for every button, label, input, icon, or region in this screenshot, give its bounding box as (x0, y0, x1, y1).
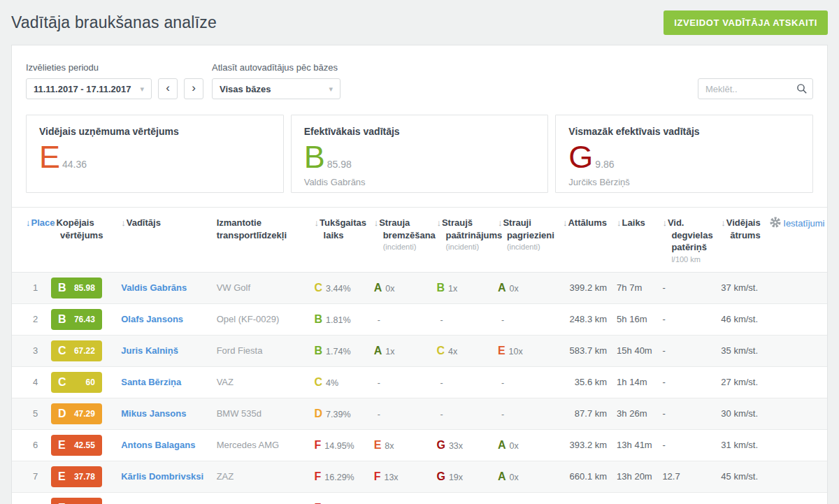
period-label: Izvēlieties periodu (26, 62, 203, 73)
metric-grade-letter: B (315, 313, 323, 325)
harsh-turns-cell: - (498, 303, 562, 335)
next-period-button[interactable]: › (184, 78, 203, 99)
table-row: 6 E 42.55 Antons Balagans Mercedes AMG F… (12, 429, 827, 461)
caret-down-icon: ▾ (329, 85, 333, 94)
driver-link[interactable]: Antons Balagans (121, 440, 195, 450)
metric-value: 13x (384, 473, 398, 482)
metric-value: 0x (509, 284, 518, 294)
metric-grade-letter: A (498, 439, 506, 451)
column-header-time[interactable]: ↓Laiks (617, 208, 662, 273)
harsh-turns-cell: A0x (498, 429, 562, 461)
sort-icon: ↓ (374, 217, 379, 228)
idle-time-cell: F16.29% (315, 461, 374, 492)
metric-value: 0x (509, 473, 518, 482)
card-grade: E 44.36 (39, 144, 271, 171)
page-title: Vadītāja braukšanas analīze (11, 13, 217, 32)
badge-grade-letter: C (58, 376, 66, 389)
harsh-turns-cell: - (498, 492, 562, 504)
column-header-idle-time[interactable]: ↓Tukšgaitas laiks (315, 208, 374, 273)
fuel-consumption-cell: - (662, 366, 721, 398)
driver-link[interactable]: Valdis Gabrāns (121, 282, 187, 293)
harsh-braking-cell: A1x (374, 335, 437, 366)
period-select[interactable]: 11.11.2017 - 17.11.2017 ▾ (26, 78, 152, 99)
table-row: 8 E 34.5 Juris Burvis VOLVO F10.8% - - -… (12, 492, 827, 504)
metric-value: 19x (449, 473, 463, 482)
driver-link[interactable]: Mikus Jansons (121, 408, 186, 419)
column-label: Attālums (568, 217, 607, 228)
settings-spacer-cell (770, 303, 827, 335)
column-sublabel: (incidenti) (436, 243, 493, 251)
column-header-driver[interactable]: ↓Vadītājs (121, 208, 216, 273)
metric-value: - (440, 410, 443, 419)
metric-grade-letter: C (315, 282, 323, 294)
metric-grade-letter: A (374, 345, 382, 357)
column-header-harsh-turns[interactable]: ↓Strauji pagriezieni (incidenti) (498, 208, 562, 273)
harsh-braking-cell: - (374, 303, 437, 335)
badge-grade-letter: B (58, 282, 66, 294)
harsh-braking-cell: F13x (374, 461, 437, 492)
driver-cell: Juris Kalniņš (121, 335, 216, 366)
grade-letter: G (568, 144, 593, 171)
badge-grade-letter: E (58, 502, 66, 504)
table-settings-button[interactable]: Iestatījumi (770, 208, 827, 273)
column-header-distance[interactable]: ↓Attālums (562, 208, 617, 273)
base-select[interactable]: Visas bāzes ▾ (212, 78, 340, 99)
harsh-turns-cell: A0x (498, 272, 562, 303)
metric-grade-letter: B (315, 345, 323, 357)
harsh-acceleration-cell: G19x (436, 461, 497, 492)
driver-link[interactable]: Santa Bērziņa (121, 377, 181, 387)
time-cell: 3h 26m (617, 398, 662, 429)
column-header-average-speed[interactable]: ↓Vidējais ātrums (721, 208, 770, 273)
metric-grade-letter: B (436, 282, 445, 294)
average-speed-cell: 35 km/st. (721, 335, 770, 366)
settings-spacer-cell (770, 492, 827, 504)
place-cell: 6 (12, 429, 51, 461)
driver-cell: Juris Burvis (121, 492, 216, 504)
badge-score: 85.98 (74, 283, 95, 293)
badge-grade-letter: D (58, 408, 66, 420)
driver-link[interactable]: Kārlis Dombrivsksi (121, 471, 203, 482)
base-filter-group: Atlasīt autovadītājus pēc bāzes Visas bā… (212, 62, 340, 99)
vehicle-cell: ZAZ (217, 461, 315, 492)
column-header-vehicles: Izmantotie transportlīdzekļi (217, 208, 315, 273)
summary-cards: Vidējais uzņēmuma vērtējums E 44.36 Efek… (12, 115, 827, 207)
idle-time-cell: C3.44% (315, 272, 374, 303)
average-speed-cell: 31 km/st. (721, 429, 770, 461)
driver-cell: Antons Balagans (121, 429, 216, 461)
metric-grade-letter: A (374, 282, 382, 294)
metric-value: 1x (385, 347, 394, 357)
column-header-harsh-acceleration[interactable]: ↓Straujš paātrinājums (incidenti) (436, 208, 497, 273)
table-header: ↓Place ↓Kopējais vērtējums ↓Vadītājs Izm… (12, 208, 827, 273)
total-score-cell: B 76.43 (51, 303, 121, 335)
create-report-button[interactable]: IZVEIDOT VADĪTĀJA ATSKAITI (664, 10, 828, 35)
vehicle-cell: VOLVO (217, 492, 315, 504)
harsh-turns-cell: E10x (498, 335, 562, 366)
harsh-turns-cell: A0x (498, 461, 562, 492)
distance-cell: 660.1 km (562, 461, 617, 492)
column-header-total-score[interactable]: ↓Kopējais vērtējums (51, 208, 121, 273)
driver-cell: Valdis Gabrāns (121, 272, 216, 303)
column-header-place[interactable]: ↓Place (12, 208, 51, 273)
distance-cell: 70.8 km (562, 492, 617, 504)
fuel-consumption-cell: - (662, 335, 721, 366)
driver-link[interactable]: Olafs Jansons (121, 314, 183, 324)
column-header-fuel-consumption[interactable]: ↓Vid. degvielas patēriņš l/100 km (662, 208, 721, 273)
driver-link[interactable]: Juris Kalniņš (121, 345, 178, 356)
metric-value: 10x (509, 347, 523, 357)
metric-value: - (501, 378, 504, 388)
time-cell: 13h 20m (617, 461, 662, 492)
column-label: Straujš paātrinājums (442, 217, 502, 240)
column-header-harsh-braking[interactable]: ↓Strauja bremzēšana (incidenti) (374, 208, 437, 273)
metric-value: 1x (448, 284, 457, 294)
distance-cell: 248.3 km (562, 303, 617, 335)
badge-score: 47.29 (74, 409, 95, 419)
harsh-braking-cell: - (374, 366, 437, 398)
time-cell: 2h 27m (617, 492, 662, 504)
summary-card-company-average: Vidējais uzņēmuma vērtējums E 44.36 (26, 115, 284, 193)
metric-grade-letter: F (374, 470, 381, 482)
summary-card-worst-driver: Vismazāk efektīvais vadītājs G 9.86 Jurč… (555, 115, 813, 193)
previous-period-button[interactable]: ‹ (158, 78, 178, 99)
metric-value: 1.74% (326, 347, 350, 357)
metric-grade-letter: D (315, 408, 323, 419)
distance-cell: 393.2 km (562, 429, 617, 461)
